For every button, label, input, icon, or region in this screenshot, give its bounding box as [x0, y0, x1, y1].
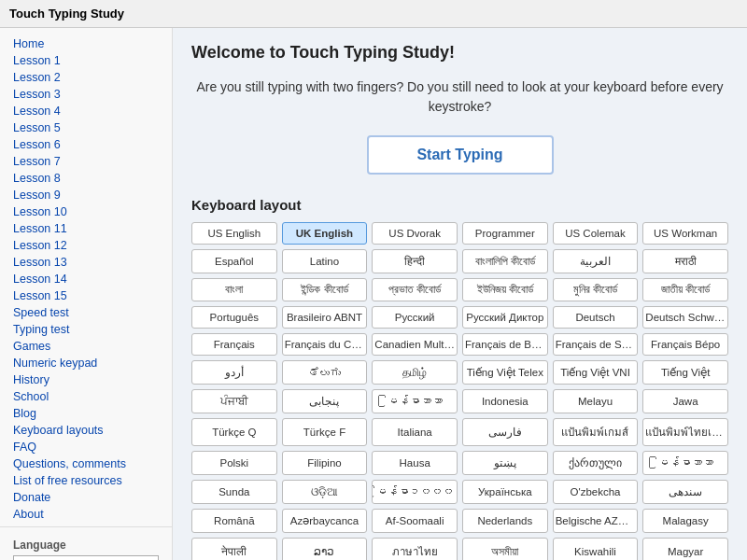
- layout-btn[interactable]: हिन्दी: [372, 249, 458, 273]
- layout-btn[interactable]: Українська: [462, 480, 548, 504]
- layout-btn[interactable]: ਪੰਜਾਬੀ: [191, 389, 277, 413]
- sidebar-item-donate[interactable]: Donate: [0, 489, 172, 506]
- layout-btn[interactable]: US Dvorak: [372, 222, 458, 245]
- layout-btn[interactable]: แป้นพิมพ์ไทยเดิม: [642, 418, 728, 446]
- layout-btn[interactable]: Română: [191, 509, 277, 533]
- layout-btn[interactable]: O'zbekcha: [553, 480, 639, 504]
- layout-btn[interactable]: Русский: [372, 306, 458, 329]
- layout-btn[interactable]: मराठी: [642, 249, 728, 273]
- layout-btn[interactable]: ইউনিজয় কীবোর্ড: [462, 278, 548, 301]
- layout-btn[interactable]: پنجابی: [282, 389, 368, 413]
- sidebar-item-typing-test[interactable]: Typing test: [0, 321, 172, 338]
- layout-btn[interactable]: US Colemak: [553, 222, 639, 245]
- sidebar-item-keyboard-layouts[interactable]: Keyboard layouts: [0, 422, 172, 439]
- sidebar-item-lesson11[interactable]: Lesson 11: [0, 220, 172, 237]
- sidebar-item-school[interactable]: School: [0, 388, 172, 405]
- layout-btn[interactable]: ತೆಲುಗು: [282, 360, 368, 385]
- sidebar-item-lesson2[interactable]: Lesson 2: [0, 69, 172, 86]
- layout-btn[interactable]: Jawa: [642, 389, 728, 413]
- sidebar-item-lesson8[interactable]: Lesson 8: [0, 170, 172, 187]
- layout-btn[interactable]: ລາວ: [282, 538, 368, 560]
- layout-btn[interactable]: Programmer: [462, 222, 548, 245]
- layout-btn[interactable]: Deutsch Schweiz: [642, 306, 728, 329]
- layout-btn[interactable]: แป้นพิมพ์เกมส์: [553, 418, 639, 446]
- layout-btn[interactable]: Italiana: [372, 418, 458, 446]
- layout-btn[interactable]: فارسی: [462, 418, 548, 446]
- layout-btn[interactable]: Türkçe Q: [191, 418, 277, 446]
- layout-btn[interactable]: Français: [191, 333, 277, 356]
- layout-btn[interactable]: Filipino: [282, 451, 368, 475]
- layout-btn[interactable]: Brasileiro ABNT: [282, 306, 368, 329]
- layout-btn[interactable]: Tiếng Việt: [642, 360, 728, 385]
- layout-btn[interactable]: Polski: [191, 451, 277, 475]
- layout-btn[interactable]: Français de Suisse: [553, 333, 639, 356]
- layout-btn[interactable]: Canadien Multilingue: [372, 333, 458, 356]
- sidebar-item-questions-comments[interactable]: Questions, comments: [0, 455, 172, 472]
- sidebar-item-lesson4[interactable]: Lesson 4: [0, 103, 172, 119]
- layout-btn[interactable]: Tiếng Việt VNI: [553, 360, 639, 385]
- sidebar-item-lesson10[interactable]: Lesson 10: [0, 203, 172, 220]
- layout-btn[interactable]: মুনির কীবোর্ড: [553, 278, 639, 301]
- start-typing-button[interactable]: Start Typing: [367, 135, 554, 175]
- layout-btn[interactable]: ქართული: [553, 451, 639, 475]
- sidebar-item-lesson3[interactable]: Lesson 3: [0, 86, 172, 103]
- layout-btn[interactable]: سندھی: [642, 480, 728, 504]
- sidebar-item-numeric-keypad[interactable]: Numeric keypad: [0, 355, 172, 371]
- sidebar-item-list-of-free-resources[interactable]: List of free resources: [0, 472, 172, 489]
- layout-btn[interactable]: أردو: [191, 360, 277, 385]
- layout-btn[interactable]: Français du Canada: [282, 333, 368, 356]
- sidebar-item-home[interactable]: Home: [0, 35, 172, 52]
- language-select[interactable]: EnglishEspañolFrançaisDeutschPortuguês: [13, 555, 159, 560]
- sidebar-item-lesson9[interactable]: Lesson 9: [0, 187, 172, 203]
- sidebar-item-about[interactable]: About: [0, 506, 172, 523]
- layout-btn[interactable]: Malagasy: [642, 509, 728, 533]
- layout-btn[interactable]: العربية: [553, 249, 639, 273]
- layout-btn[interactable]: Français de Belgique: [462, 333, 548, 356]
- layout-btn[interactable]: မြန်မာ၁၀၀၀: [372, 480, 458, 504]
- layout-btn[interactable]: US Workman: [642, 222, 728, 245]
- layout-btn[interactable]: Español: [191, 249, 277, 273]
- layout-btn[interactable]: தமிழ்: [372, 360, 458, 385]
- layout-btn[interactable]: বাংলা: [191, 278, 277, 301]
- layout-btn[interactable]: Türkçe F: [282, 418, 368, 446]
- layout-btn[interactable]: မြန်မာဘာသာ: [642, 451, 728, 475]
- layout-btn[interactable]: Azərbaycanca: [282, 509, 368, 533]
- layout-btn[interactable]: Latino: [282, 249, 368, 273]
- sidebar-item-lesson15[interactable]: Lesson 15: [0, 287, 172, 304]
- layout-btn[interactable]: Deutsch: [553, 306, 639, 329]
- layout-btn[interactable]: UK English: [282, 222, 368, 245]
- layout-btn[interactable]: Melayu: [553, 389, 639, 413]
- sidebar-item-games[interactable]: Games: [0, 338, 172, 355]
- layout-btn[interactable]: জাতীয় কীবোর্ড: [642, 278, 728, 301]
- layout-btn[interactable]: Português: [191, 306, 277, 329]
- layout-btn[interactable]: ภาษาไทย: [372, 538, 458, 560]
- layout-btn[interactable]: Tiếng Việt Telex: [462, 360, 548, 385]
- layout-btn[interactable]: Kiswahili: [553, 538, 639, 560]
- layout-btn[interactable]: Af-Soomaali: [372, 509, 458, 533]
- sidebar-item-history[interactable]: History: [0, 371, 172, 388]
- layout-btn[interactable]: ইন্ডিক কীবোর্ড: [282, 278, 368, 301]
- layout-btn[interactable]: অসমীয়া: [462, 538, 548, 560]
- sidebar-item-lesson13[interactable]: Lesson 13: [0, 254, 172, 271]
- layout-btn[interactable]: မြန်မာဘာသာ: [372, 389, 458, 413]
- sidebar-item-lesson7[interactable]: Lesson 7: [0, 153, 172, 170]
- layout-btn[interactable]: Nederlands: [462, 509, 548, 533]
- sidebar-item-lesson1[interactable]: Lesson 1: [0, 52, 172, 69]
- layout-btn[interactable]: Belgische AZERTY: [553, 509, 639, 533]
- layout-btn[interactable]: প্রভাত কীবোর্ড: [372, 278, 458, 301]
- layout-btn[interactable]: नेपाली: [191, 538, 277, 560]
- sidebar-item-lesson5[interactable]: Lesson 5: [0, 119, 172, 136]
- layout-btn[interactable]: Hausa: [372, 451, 458, 475]
- sidebar-item-lesson14[interactable]: Lesson 14: [0, 271, 172, 287]
- layout-btn[interactable]: Sunda: [191, 480, 277, 504]
- sidebar-item-speed-test[interactable]: Speed test: [0, 304, 172, 321]
- layout-btn[interactable]: Indonesia: [462, 389, 548, 413]
- sidebar-item-faq[interactable]: FAQ: [0, 439, 172, 455]
- layout-btn[interactable]: Русский Диктор: [462, 306, 548, 329]
- layout-btn[interactable]: US English: [191, 222, 277, 245]
- layout-btn[interactable]: پښتو: [462, 451, 548, 475]
- layout-btn[interactable]: Français Bépo: [642, 333, 728, 356]
- sidebar-item-lesson6[interactable]: Lesson 6: [0, 136, 172, 153]
- layout-btn[interactable]: বাংলালিপি কীবোর্ড: [462, 249, 548, 273]
- layout-btn[interactable]: ଓଡ଼ିଆ: [282, 480, 368, 504]
